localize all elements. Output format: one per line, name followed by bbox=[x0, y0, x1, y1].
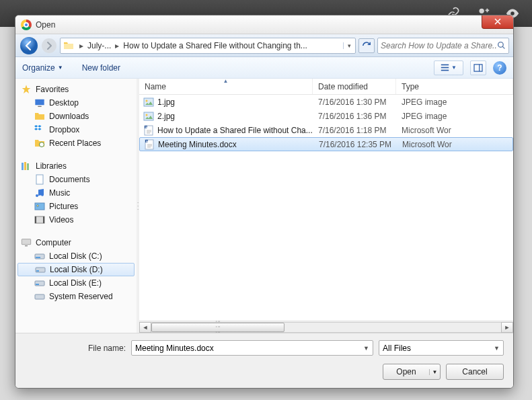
navigation-pane[interactable]: Favorites Desktop Downloads Dropbox Rece… bbox=[15, 79, 137, 333]
sort-asc-icon: ▲ bbox=[223, 79, 229, 84]
sidebar-item-disk-d[interactable]: Local Disk (D:) bbox=[17, 263, 135, 276]
sidebar-favorites[interactable]: Favorites bbox=[15, 83, 137, 96]
file-row[interactable]: WHow to Update a Shared File without Cha… bbox=[139, 123, 513, 137]
sidebar-item-pictures[interactable]: Pictures bbox=[15, 200, 137, 213]
sidebar-item-downloads[interactable]: Downloads bbox=[15, 110, 137, 123]
svg-rect-23 bbox=[43, 216, 44, 223]
nav-bar: ▸ July-... ▸ How to Update a Shared File… bbox=[15, 34, 513, 57]
filetype-filter[interactable]: All Files ▼ bbox=[379, 340, 504, 356]
file-name: Meeting Minutes.docx bbox=[158, 140, 237, 149]
scroll-left-button[interactable]: ◄ bbox=[139, 322, 151, 333]
music-icon bbox=[34, 188, 45, 198]
svg-point-4 bbox=[498, 42, 504, 48]
sidebar-item-label: Local Disk (D:) bbox=[50, 265, 103, 274]
file-type: Microsoft Wor bbox=[396, 126, 513, 135]
list-header: Name▲ Date modified Type bbox=[139, 79, 513, 95]
svg-rect-13 bbox=[22, 163, 24, 170]
word-doc-icon: W bbox=[143, 125, 154, 136]
preview-pane-button[interactable] bbox=[470, 61, 486, 75]
close-button[interactable] bbox=[482, 15, 514, 29]
file-row[interactable]: WMeeting Minutes.docx7/16/2016 12:35 PMM… bbox=[139, 137, 513, 151]
svg-rect-27 bbox=[36, 257, 40, 258]
file-name: 1.jpg bbox=[157, 97, 175, 107]
scroll-track[interactable] bbox=[151, 322, 501, 333]
nav-forward-button[interactable] bbox=[41, 38, 57, 54]
filename-value: Meeting Minutes.docx bbox=[135, 344, 360, 353]
sidebar-item-label: Local Disk (E:) bbox=[49, 278, 102, 288]
file-list-pane: Name▲ Date modified Type 1.jpg7/16/2016 … bbox=[139, 79, 513, 333]
sidebar-item-label: Pictures bbox=[49, 202, 78, 211]
svg-point-0 bbox=[480, 9, 484, 13]
column-name[interactable]: Name▲ bbox=[139, 79, 313, 94]
svg-rect-16 bbox=[36, 175, 43, 184]
new-folder-button[interactable]: New folder bbox=[82, 63, 120, 73]
svg-rect-29 bbox=[36, 270, 39, 272]
column-date[interactable]: Date modified bbox=[313, 79, 396, 94]
filename-combobox[interactable]: Meeting Minutes.docx ▼ bbox=[131, 340, 373, 356]
organize-menu[interactable]: Organize ▼ bbox=[22, 63, 63, 73]
column-label: Name bbox=[145, 82, 166, 91]
svg-rect-24 bbox=[22, 239, 30, 245]
sidebar-libraries[interactable]: Libraries bbox=[15, 159, 137, 173]
svg-point-34 bbox=[146, 99, 148, 102]
sidebar-item-disk-c[interactable]: Local Disk (C:) bbox=[15, 249, 137, 263]
svg-point-18 bbox=[41, 194, 44, 196]
file-list[interactable]: 1.jpg7/16/2016 1:30 PMJPEG image2.jpg7/1… bbox=[139, 95, 513, 321]
svg-rect-6 bbox=[441, 67, 449, 69]
sidebar-item-system-reserved[interactable]: System Reserved bbox=[15, 290, 137, 303]
sidebar-computer[interactable]: Computer bbox=[15, 236, 137, 249]
sidebar-item-disk-e[interactable]: Local Disk (E:) bbox=[15, 276, 137, 290]
search-box[interactable] bbox=[377, 38, 509, 54]
view-mode-button[interactable]: ▼ bbox=[434, 61, 463, 75]
videos-icon bbox=[34, 214, 45, 225]
chrome-icon bbox=[21, 19, 32, 30]
file-type: JPEG image bbox=[396, 112, 513, 121]
sidebar-item-documents[interactable]: Documents bbox=[15, 173, 137, 186]
open-button[interactable]: Open ▼ bbox=[383, 364, 441, 380]
help-button[interactable]: ? bbox=[493, 61, 506, 75]
svg-point-20 bbox=[37, 205, 39, 207]
open-button-split[interactable]: ▼ bbox=[429, 369, 440, 375]
svg-rect-31 bbox=[36, 284, 39, 285]
sidebar-group-label: Favorites bbox=[36, 85, 69, 94]
scroll-right-button[interactable]: ► bbox=[501, 322, 513, 333]
nav-back-button[interactable] bbox=[20, 36, 38, 55]
sidebar-item-music[interactable]: Music bbox=[15, 186, 137, 200]
search-input[interactable] bbox=[381, 41, 497, 50]
svg-rect-21 bbox=[35, 216, 44, 223]
svg-rect-35 bbox=[144, 112, 153, 120]
column-type[interactable]: Type bbox=[396, 79, 513, 94]
organize-label: Organize bbox=[22, 63, 55, 73]
sidebar-item-dropbox[interactable]: Dropbox bbox=[15, 123, 137, 136]
sidebar-item-desktop[interactable]: Desktop bbox=[15, 96, 137, 110]
svg-rect-14 bbox=[24, 162, 26, 170]
cancel-button[interactable]: Cancel bbox=[446, 364, 504, 380]
horizontal-scrollbar[interactable]: ◄ ► bbox=[139, 321, 513, 333]
refresh-button[interactable] bbox=[358, 38, 375, 53]
sidebar-item-label: Dropbox bbox=[49, 125, 79, 134]
sidebar-item-videos[interactable]: Videos bbox=[15, 213, 137, 227]
dialog-body: Favorites Desktop Downloads Dropbox Rece… bbox=[15, 79, 513, 333]
svg-point-2 bbox=[20, 37, 38, 54]
scroll-thumb[interactable] bbox=[151, 323, 284, 332]
sidebar-item-label: Videos bbox=[49, 215, 73, 225]
breadcrumb-seg2[interactable]: How to Update a Shared File without Chan… bbox=[122, 41, 309, 50]
desktop-icon bbox=[34, 97, 45, 108]
svg-point-36 bbox=[146, 114, 148, 116]
file-date: 7/16/2016 12:35 PM bbox=[313, 140, 397, 149]
svg-rect-32 bbox=[35, 294, 44, 299]
sidebar-item-recent[interactable]: Recent Places bbox=[15, 136, 137, 150]
computer-icon bbox=[21, 237, 32, 248]
file-row[interactable]: 2.jpg7/16/2016 1:36 PMJPEG image bbox=[139, 109, 513, 123]
sidebar-item-label: Music bbox=[49, 188, 70, 198]
word-doc-icon: W bbox=[144, 139, 155, 150]
breadcrumb-seg1[interactable]: July-... bbox=[86, 41, 112, 50]
dropbox-icon bbox=[34, 124, 45, 135]
file-type: JPEG image bbox=[396, 97, 513, 107]
svg-point-17 bbox=[36, 194, 38, 197]
svg-rect-7 bbox=[441, 70, 449, 71]
file-row[interactable]: 1.jpg7/16/2016 1:30 PMJPEG image bbox=[139, 95, 513, 109]
breadcrumb[interactable]: ▸ July-... ▸ How to Update a Shared File… bbox=[60, 38, 356, 54]
svg-point-12 bbox=[40, 143, 44, 147]
breadcrumb-dropdown[interactable]: ▾ bbox=[343, 42, 355, 49]
